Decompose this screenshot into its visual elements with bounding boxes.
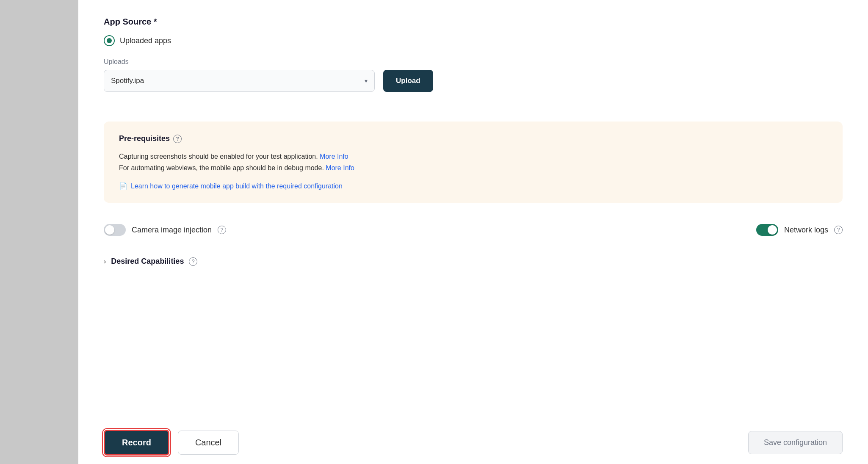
main-content: App Source * Uploaded apps Uploads Spoti… xyxy=(78,0,868,464)
uploaded-apps-label: Uploaded apps xyxy=(120,36,171,45)
bottom-bar: Record Cancel Save configuration xyxy=(78,421,868,464)
uploads-section: Uploads Spotify.ipa ▾ Upload xyxy=(104,58,843,92)
prerequisites-box: Pre-requisites ? Capturing screenshots s… xyxy=(104,122,843,203)
toggle-knob-network xyxy=(768,225,777,235)
file-select-dropdown[interactable]: Spotify.ipa ▾ xyxy=(104,70,375,92)
app-source-label: App Source * xyxy=(104,17,843,27)
selected-file-text: Spotify.ipa xyxy=(111,77,144,85)
prereq-line2: For automating webviews, the mobile app … xyxy=(119,164,324,171)
record-button[interactable]: Record xyxy=(104,430,169,456)
prereq-line1: Capturing screenshots should be enabled … xyxy=(119,153,318,160)
save-configuration-button[interactable]: Save configuration xyxy=(748,431,843,454)
camera-injection-label: Camera image injection xyxy=(132,226,212,235)
prerequisites-help-icon[interactable]: ? xyxy=(173,135,182,143)
uploaded-apps-radio[interactable] xyxy=(104,35,115,46)
app-source-section: App Source * Uploaded apps Uploads Spoti… xyxy=(104,17,843,109)
doc-link-text: Learn how to generate mobile app build w… xyxy=(131,182,343,190)
prereq-line2-link[interactable]: More Info xyxy=(326,164,354,171)
desired-capabilities-help-icon[interactable]: ? xyxy=(189,257,197,266)
desired-capabilities-section[interactable]: › Desired Capabilities ? xyxy=(104,257,843,266)
network-logs-label: Network logs xyxy=(784,226,828,235)
prerequisites-text: Capturing screenshots should be enabled … xyxy=(119,151,827,174)
doc-link[interactable]: 📄 Learn how to generate mobile app build… xyxy=(119,182,827,190)
camera-injection-toggle-item: Camera image injection ? xyxy=(104,224,545,236)
uploads-row: Spotify.ipa ▾ Upload xyxy=(104,70,843,92)
prerequisites-title: Pre-requisites ? xyxy=(119,134,827,143)
prerequisites-label: Pre-requisites xyxy=(119,134,170,143)
toggles-row: Camera image injection ? Network logs ? xyxy=(104,224,843,236)
expand-icon[interactable]: › xyxy=(104,258,106,265)
toggle-knob xyxy=(105,225,114,235)
prereq-line1-link[interactable]: More Info xyxy=(320,153,348,160)
network-help-icon[interactable]: ? xyxy=(834,226,843,234)
radio-dot xyxy=(107,38,112,43)
uploaded-apps-radio-group[interactable]: Uploaded apps xyxy=(104,35,843,46)
camera-injection-toggle[interactable] xyxy=(104,224,126,236)
network-logs-toggle-item: Network logs ? xyxy=(756,224,843,236)
camera-help-icon[interactable]: ? xyxy=(218,226,226,234)
upload-button[interactable]: Upload xyxy=(383,70,433,92)
chevron-down-icon: ▾ xyxy=(365,77,368,84)
sidebar xyxy=(0,0,78,464)
cancel-button[interactable]: Cancel xyxy=(178,431,239,455)
desired-capabilities-label: Desired Capabilities xyxy=(111,257,184,266)
uploads-label: Uploads xyxy=(104,58,843,66)
network-logs-toggle[interactable] xyxy=(756,224,778,236)
document-icon: 📄 xyxy=(119,182,127,190)
